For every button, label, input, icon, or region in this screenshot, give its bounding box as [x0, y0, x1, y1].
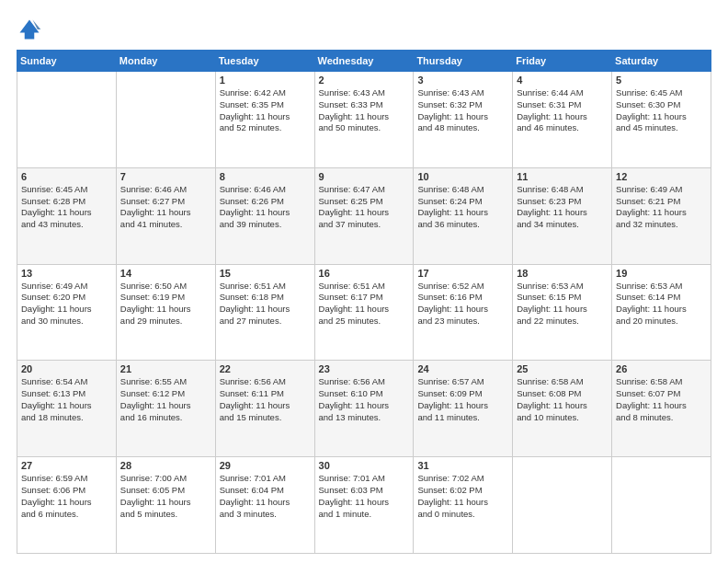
day-number: 26 [616, 363, 707, 374]
day-number: 9 [319, 171, 410, 182]
day-number: 2 [319, 75, 410, 86]
day-number: 13 [21, 268, 112, 279]
calendar-cell: 24Sunrise: 6:57 AM Sunset: 6:09 PM Dayli… [414, 361, 513, 457]
day-number: 11 [517, 171, 608, 182]
logo [17, 17, 46, 42]
calendar-cell: 29Sunrise: 7:01 AM Sunset: 6:04 PM Dayli… [215, 457, 314, 554]
calendar-week-2: 6Sunrise: 6:45 AM Sunset: 6:28 PM Daylig… [17, 167, 711, 264]
calendar-cell [17, 72, 117, 168]
cell-content: Sunrise: 6:52 AM Sunset: 6:16 PM Dayligh… [417, 281, 508, 327]
cell-content: Sunrise: 6:54 AM Sunset: 6:13 PM Dayligh… [21, 376, 112, 423]
calendar-cell [513, 457, 612, 554]
day-number: 20 [21, 363, 112, 374]
day-number: 23 [319, 363, 410, 374]
day-number: 3 [417, 75, 508, 86]
cell-content: Sunrise: 7:02 AM Sunset: 6:02 PM Dayligh… [417, 473, 508, 520]
calendar-cell: 23Sunrise: 6:56 AM Sunset: 6:10 PM Dayli… [314, 361, 414, 457]
cell-content: Sunrise: 6:57 AM Sunset: 6:09 PM Dayligh… [417, 376, 508, 423]
calendar-cell: 14Sunrise: 6:50 AM Sunset: 6:19 PM Dayli… [116, 264, 215, 361]
day-number: 18 [517, 268, 608, 279]
day-number: 12 [616, 171, 707, 182]
day-number: 30 [319, 460, 410, 471]
cell-content: Sunrise: 6:56 AM Sunset: 6:11 PM Dayligh… [220, 376, 311, 423]
calendar-header-sunday: Sunday [17, 51, 117, 72]
logo-icon [17, 17, 42, 42]
day-number: 17 [417, 268, 508, 279]
day-number: 10 [417, 171, 508, 182]
calendar-cell: 11Sunrise: 6:48 AM Sunset: 6:23 PM Dayli… [513, 167, 612, 264]
calendar-cell: 12Sunrise: 6:49 AM Sunset: 6:21 PM Dayli… [612, 167, 711, 264]
calendar-cell: 4Sunrise: 6:44 AM Sunset: 6:31 PM Daylig… [513, 72, 612, 168]
page: SundayMondayTuesdayWednesdayThursdayFrid… [0, 0, 728, 563]
day-number: 6 [21, 171, 112, 182]
day-number: 7 [120, 171, 211, 182]
calendar-cell: 25Sunrise: 6:58 AM Sunset: 6:08 PM Dayli… [513, 361, 612, 457]
calendar-cell: 15Sunrise: 6:51 AM Sunset: 6:18 PM Dayli… [215, 264, 314, 361]
cell-content: Sunrise: 6:53 AM Sunset: 6:15 PM Dayligh… [517, 281, 608, 327]
cell-content: Sunrise: 6:56 AM Sunset: 6:10 PM Dayligh… [319, 376, 410, 423]
calendar-header-monday: Monday [116, 51, 215, 72]
cell-content: Sunrise: 7:00 AM Sunset: 6:05 PM Dayligh… [120, 473, 211, 520]
cell-content: Sunrise: 6:46 AM Sunset: 6:26 PM Dayligh… [220, 184, 311, 231]
cell-content: Sunrise: 6:46 AM Sunset: 6:27 PM Dayligh… [120, 184, 211, 231]
calendar-header-row: SundayMondayTuesdayWednesdayThursdayFrid… [17, 51, 711, 72]
calendar-cell: 8Sunrise: 6:46 AM Sunset: 6:26 PM Daylig… [215, 167, 314, 264]
calendar-cell [612, 457, 711, 554]
calendar-cell: 21Sunrise: 6:55 AM Sunset: 6:12 PM Dayli… [116, 361, 215, 457]
cell-content: Sunrise: 7:01 AM Sunset: 6:03 PM Dayligh… [319, 473, 410, 520]
cell-content: Sunrise: 6:43 AM Sunset: 6:33 PM Dayligh… [319, 87, 410, 134]
day-number: 22 [220, 363, 311, 374]
calendar-cell [116, 72, 215, 168]
cell-content: Sunrise: 6:58 AM Sunset: 6:07 PM Dayligh… [616, 376, 707, 423]
calendar-cell: 2Sunrise: 6:43 AM Sunset: 6:33 PM Daylig… [314, 72, 414, 168]
day-number: 29 [220, 460, 311, 471]
cell-content: Sunrise: 7:01 AM Sunset: 6:04 PM Dayligh… [220, 473, 311, 520]
calendar-week-1: 1Sunrise: 6:42 AM Sunset: 6:35 PM Daylig… [17, 72, 711, 168]
cell-content: Sunrise: 6:59 AM Sunset: 6:06 PM Dayligh… [21, 473, 112, 520]
day-number: 28 [120, 460, 211, 471]
calendar-header-thursday: Thursday [414, 51, 513, 72]
calendar-cell: 27Sunrise: 6:59 AM Sunset: 6:06 PM Dayli… [17, 457, 117, 554]
svg-marker-0 [20, 20, 40, 40]
calendar-table: SundayMondayTuesdayWednesdayThursdayFrid… [17, 50, 711, 554]
day-number: 24 [417, 363, 508, 374]
header [17, 17, 711, 42]
calendar-cell: 3Sunrise: 6:43 AM Sunset: 6:32 PM Daylig… [414, 72, 513, 168]
cell-content: Sunrise: 6:49 AM Sunset: 6:20 PM Dayligh… [21, 281, 112, 327]
cell-content: Sunrise: 6:43 AM Sunset: 6:32 PM Dayligh… [417, 87, 508, 134]
day-number: 21 [120, 363, 211, 374]
calendar-cell: 6Sunrise: 6:45 AM Sunset: 6:28 PM Daylig… [17, 167, 117, 264]
calendar-header-saturday: Saturday [612, 51, 711, 72]
day-number: 14 [120, 268, 211, 279]
calendar-cell: 10Sunrise: 6:48 AM Sunset: 6:24 PM Dayli… [414, 167, 513, 264]
calendar-cell: 18Sunrise: 6:53 AM Sunset: 6:15 PM Dayli… [513, 264, 612, 361]
day-number: 4 [517, 75, 608, 86]
cell-content: Sunrise: 6:51 AM Sunset: 6:18 PM Dayligh… [220, 281, 311, 327]
cell-content: Sunrise: 6:53 AM Sunset: 6:14 PM Dayligh… [616, 281, 707, 327]
cell-content: Sunrise: 6:44 AM Sunset: 6:31 PM Dayligh… [517, 87, 608, 134]
calendar-week-5: 27Sunrise: 6:59 AM Sunset: 6:06 PM Dayli… [17, 457, 711, 554]
day-number: 8 [220, 171, 311, 182]
day-number: 25 [517, 363, 608, 374]
calendar-cell: 17Sunrise: 6:52 AM Sunset: 6:16 PM Dayli… [414, 264, 513, 361]
calendar-cell: 1Sunrise: 6:42 AM Sunset: 6:35 PM Daylig… [215, 72, 314, 168]
calendar-cell: 5Sunrise: 6:45 AM Sunset: 6:30 PM Daylig… [612, 72, 711, 168]
cell-content: Sunrise: 6:42 AM Sunset: 6:35 PM Dayligh… [220, 87, 311, 134]
calendar-cell: 20Sunrise: 6:54 AM Sunset: 6:13 PM Dayli… [17, 361, 117, 457]
calendar-cell: 7Sunrise: 6:46 AM Sunset: 6:27 PM Daylig… [116, 167, 215, 264]
day-number: 19 [616, 268, 707, 279]
calendar-header-wednesday: Wednesday [314, 51, 414, 72]
cell-content: Sunrise: 6:55 AM Sunset: 6:12 PM Dayligh… [120, 376, 211, 423]
calendar-cell: 19Sunrise: 6:53 AM Sunset: 6:14 PM Dayli… [612, 264, 711, 361]
calendar-cell: 9Sunrise: 6:47 AM Sunset: 6:25 PM Daylig… [314, 167, 414, 264]
cell-content: Sunrise: 6:45 AM Sunset: 6:30 PM Dayligh… [616, 87, 707, 134]
day-number: 15 [220, 268, 311, 279]
cell-content: Sunrise: 6:51 AM Sunset: 6:17 PM Dayligh… [319, 281, 410, 327]
calendar-cell: 28Sunrise: 7:00 AM Sunset: 6:05 PM Dayli… [116, 457, 215, 554]
cell-content: Sunrise: 6:47 AM Sunset: 6:25 PM Dayligh… [319, 184, 410, 231]
calendar-header-friday: Friday [513, 51, 612, 72]
day-number: 5 [616, 75, 707, 86]
day-number: 27 [21, 460, 112, 471]
cell-content: Sunrise: 6:48 AM Sunset: 6:23 PM Dayligh… [517, 184, 608, 231]
calendar-week-4: 20Sunrise: 6:54 AM Sunset: 6:13 PM Dayli… [17, 361, 711, 457]
